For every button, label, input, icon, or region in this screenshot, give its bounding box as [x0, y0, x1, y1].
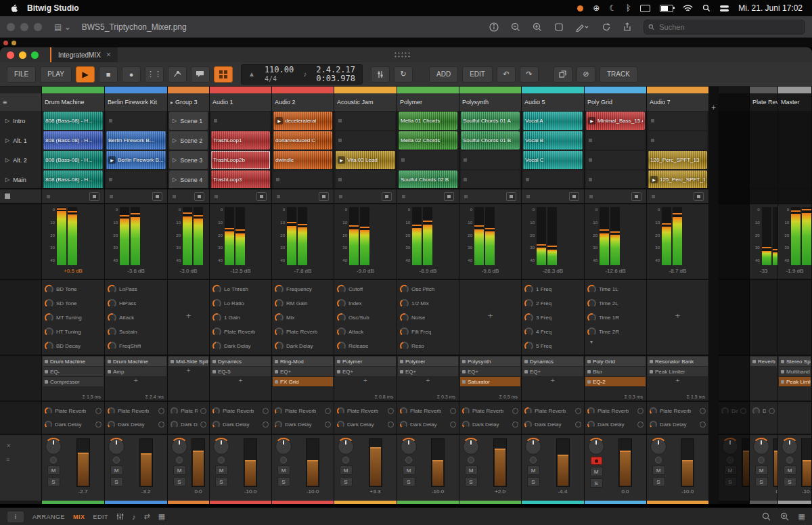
send-pre-post-toggle[interactable]	[575, 421, 581, 428]
device-compressor[interactable]: Compressor	[43, 377, 104, 386]
clip[interactable]: 808 (Bass-08) - H...	[43, 131, 103, 150]
send-pre-post-toggle[interactable]	[388, 421, 394, 428]
clip-slot[interactable]	[585, 131, 646, 150]
pan-knob[interactable]	[588, 438, 604, 455]
send-pre-post-toggle[interactable]	[263, 408, 269, 414]
crossfade-icon[interactable]: ✕	[6, 442, 12, 449]
mute-button[interactable]: M	[403, 465, 415, 475]
clip-slot[interactable]	[647, 111, 708, 131]
track-name[interactable]: Audio 2	[272, 93, 334, 111]
mute-button[interactable]: M	[652, 465, 665, 475]
empty-clip-slot[interactable]	[648, 131, 707, 150]
device-eq[interactable]: EQ+	[398, 367, 458, 376]
track-name[interactable]	[719, 93, 749, 111]
empty-clip-slot[interactable]	[399, 151, 457, 169]
screen-record-icon[interactable]	[577, 3, 583, 13]
scene-launch-slot[interactable]: ▷Scene 1	[169, 112, 208, 130]
clip-slot[interactable]	[272, 170, 334, 189]
track-stop-button[interactable]	[694, 192, 704, 201]
pan-knob[interactable]	[275, 438, 292, 455]
window-drag-grip-icon[interactable]	[394, 51, 411, 58]
solo-button[interactable]: S	[465, 477, 478, 486]
clip-slot[interactable]	[105, 170, 167, 189]
track-name[interactable]: Master	[778, 93, 811, 111]
clip-slot[interactable]	[210, 111, 271, 131]
device-enable-icon[interactable]	[45, 360, 48, 363]
device-enable-icon[interactable]	[400, 370, 403, 373]
macro-knob[interactable]	[275, 299, 284, 308]
device-enable-icon[interactable]	[650, 370, 653, 373]
track-name[interactable]: Plate Reve	[750, 93, 777, 111]
macro-knob[interactable]	[212, 299, 221, 308]
scene-launch-slot[interactable]: ▷Scene 3	[169, 151, 208, 169]
device-peak-limiter[interactable]: Peak Limiter	[779, 377, 811, 386]
clip-slot[interactable]: Vocal A	[522, 111, 584, 131]
mute-button[interactable]: M	[110, 465, 123, 475]
globe-icon[interactable]: ⊕	[593, 3, 600, 13]
macro-knob[interactable]	[45, 342, 53, 350]
device-enable-icon[interactable]	[587, 380, 591, 384]
device-resonator-bank[interactable]: Resonator Bank	[648, 357, 708, 366]
bluetooth-icon[interactable]: ᛒ	[626, 3, 631, 13]
volume-fader[interactable]	[306, 438, 319, 487]
redo-button[interactable]: ↷	[520, 66, 539, 83]
control-center-icon[interactable]	[720, 3, 729, 13]
rotate-icon[interactable]	[602, 22, 611, 32]
macro-knob[interactable]	[45, 285, 53, 294]
send-pre-post-toggle[interactable]	[700, 408, 706, 414]
monitor-button[interactable]	[727, 457, 734, 463]
solo-button[interactable]: S	[173, 477, 186, 486]
play-menu-button[interactable]: PLAY	[40, 66, 72, 83]
solo-button[interactable]: S	[724, 477, 737, 486]
macro-knob[interactable]	[275, 285, 284, 294]
add-macro-button[interactable]: +	[462, 282, 518, 350]
track-name[interactable]: Berlin Firework Kit	[105, 93, 167, 111]
clip-play-icon[interactable]: ▶	[275, 117, 283, 124]
device-dynamics[interactable]: Dynamics	[522, 357, 583, 366]
volume-fader[interactable]	[493, 438, 507, 487]
macro-knob[interactable]	[108, 285, 116, 294]
macro-knob[interactable]	[337, 313, 346, 322]
device-enable-icon[interactable]	[587, 360, 591, 363]
markup-pencil-icon[interactable]	[576, 22, 589, 32]
send-pre-post-toggle[interactable]	[450, 408, 456, 414]
solo-button[interactable]: S	[215, 477, 228, 486]
monitor-button[interactable]	[176, 457, 183, 463]
clip-slot[interactable]	[647, 131, 708, 150]
pan-knob[interactable]	[213, 438, 229, 455]
delete-button[interactable]: ⊘	[577, 66, 595, 83]
track-stop-button[interactable]	[631, 192, 641, 201]
automation-write-button[interactable]	[168, 66, 187, 83]
track-stop-button[interactable]	[152, 192, 162, 201]
macro-knob[interactable]	[587, 285, 596, 294]
spotlight-icon[interactable]	[702, 3, 710, 13]
search-field[interactable]	[644, 20, 805, 35]
highlight-icon[interactable]	[554, 22, 564, 32]
send-knob[interactable]	[275, 421, 282, 428]
device-enable-icon[interactable]	[108, 370, 111, 373]
tempo-display[interactable]: 110.00	[265, 66, 294, 74]
clip[interactable]: 808 (Bass-08) - H...	[43, 151, 103, 169]
send-pre-post-toggle[interactable]	[512, 408, 518, 414]
send-knob[interactable]	[524, 421, 532, 428]
send-pre-post-toggle[interactable]	[575, 408, 581, 414]
apple-menu-icon[interactable]	[9, 3, 19, 13]
pan-knob[interactable]	[171, 438, 187, 455]
macro-knob[interactable]	[212, 313, 221, 322]
clip[interactable]: ▶125_Perc_SPFT_11	[648, 170, 707, 189]
send-knob[interactable]	[171, 421, 178, 428]
device-fx-grid[interactable]: FX Grid	[273, 377, 333, 386]
sidebar-toggle-icon[interactable]: ▤ ⌄	[54, 22, 71, 32]
pan-knob[interactable]	[722, 438, 738, 455]
battery-icon[interactable]	[660, 3, 673, 13]
add-device-button[interactable]: +	[648, 377, 708, 385]
metronome-icon[interactable]: ▲	[248, 70, 255, 78]
send-knob[interactable]	[45, 421, 52, 428]
send-knob[interactable]	[462, 421, 470, 428]
clip[interactable]: Soulful Chords 02 B	[399, 170, 457, 189]
play-button[interactable]: ▶	[76, 66, 95, 83]
mute-button[interactable]: M	[527, 465, 540, 475]
macro-knob[interactable]	[275, 327, 284, 336]
clip[interactable]: Soulful Chords 01 B	[461, 131, 520, 150]
send-knob[interactable]	[752, 407, 760, 415]
